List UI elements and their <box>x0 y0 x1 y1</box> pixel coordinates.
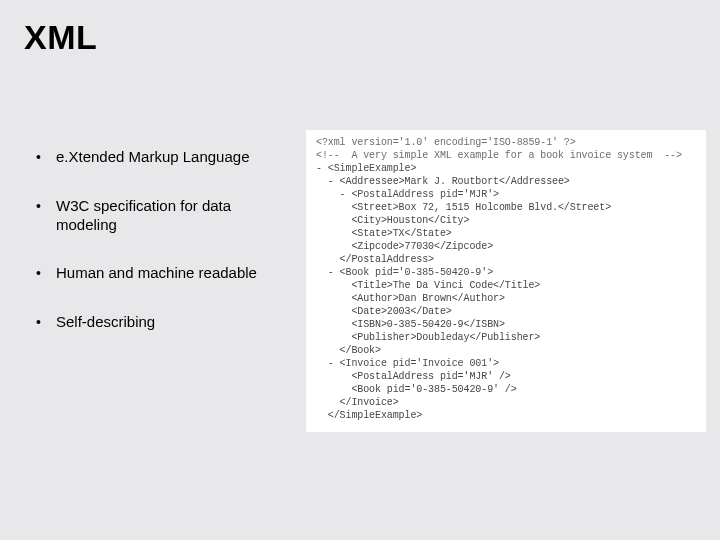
code-line: <?xml version='1.0' encoding='ISO-8859-1… <box>316 136 696 149</box>
list-item: • W3C specification for data modeling <box>36 197 286 235</box>
code-line: - <SimpleExample> <box>316 162 696 175</box>
bullet-icon: • <box>36 197 56 235</box>
bullet-text: Human and machine readable <box>56 264 257 283</box>
code-line: <PostalAddress pid='MJR' /> <box>316 370 696 383</box>
xml-code-sample: <?xml version='1.0' encoding='ISO-8859-1… <box>306 130 706 432</box>
code-line: <Date>2003</Date> <box>316 305 696 318</box>
list-item: • Self-describing <box>36 313 286 332</box>
code-line: <!-- A very simple XML example for a boo… <box>316 149 696 162</box>
code-line: <Street>Box 72, 1515 Holcombe Blvd.</Str… <box>316 201 696 214</box>
bullet-text: Self-describing <box>56 313 155 332</box>
bullet-icon: • <box>36 264 56 283</box>
code-line: <Author>Dan Brown</Author> <box>316 292 696 305</box>
list-item: • e.Xtended Markup Language <box>36 148 286 167</box>
code-line: <Publisher>Doubleday</Publisher> <box>316 331 696 344</box>
code-line: <City>Houston</City> <box>316 214 696 227</box>
code-line: - <PostalAddress pid='MJR'> <box>316 188 696 201</box>
code-line: - <Addressee>Mark J. Routbort</Addressee… <box>316 175 696 188</box>
bullet-icon: • <box>36 313 56 332</box>
bullet-list: • e.Xtended Markup Language • W3C specif… <box>36 148 286 362</box>
slide-title: XML <box>24 18 97 57</box>
code-line: </PostalAddress> <box>316 253 696 266</box>
code-line: </Book> <box>316 344 696 357</box>
code-line: <Zipcode>77030</Zipcode> <box>316 240 696 253</box>
code-line: - <Book pid='0-385-50420-9'> <box>316 266 696 279</box>
code-line: - <Invoice pid='Invoice 001'> <box>316 357 696 370</box>
bullet-text: e.Xtended Markup Language <box>56 148 249 167</box>
code-line: </SimpleExample> <box>316 409 696 422</box>
code-line: <ISBN>0-385-50420-9</ISBN> <box>316 318 696 331</box>
code-line: <Title>The Da Vinci Code</Title> <box>316 279 696 292</box>
code-line: <Book pid='0-385-50420-9' /> <box>316 383 696 396</box>
code-line: </Invoice> <box>316 396 696 409</box>
list-item: • Human and machine readable <box>36 264 286 283</box>
bullet-icon: • <box>36 148 56 167</box>
code-line: <State>TX</State> <box>316 227 696 240</box>
bullet-text: W3C specification for data modeling <box>56 197 286 235</box>
